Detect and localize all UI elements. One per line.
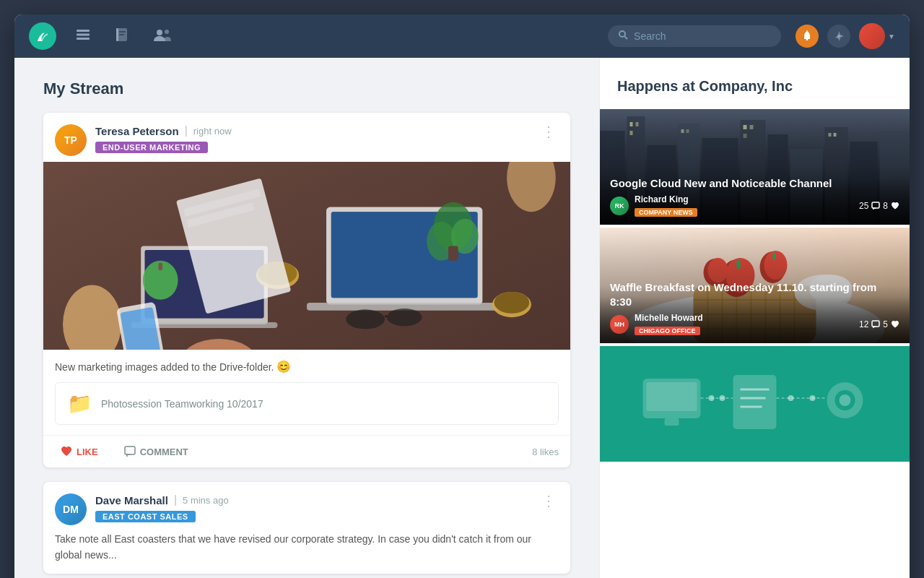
news-author-avatar-2: MH bbox=[610, 315, 629, 334]
news-author-name-1: Richard King bbox=[635, 194, 853, 204]
svg-rect-1 bbox=[77, 33, 90, 35]
svg-rect-100 bbox=[733, 375, 777, 429]
search-input[interactable] bbox=[634, 30, 771, 42]
news-card-title-1: Google Cloud New and Noticeable Channel bbox=[610, 176, 899, 191]
news-stats-2: 12 5 bbox=[859, 319, 899, 329]
news-card-3[interactable] bbox=[600, 346, 910, 462]
post-actions: LIKE COMMENT 8 likes bbox=[43, 435, 570, 467]
search-icon bbox=[618, 30, 628, 43]
svg-point-12 bbox=[806, 30, 808, 32]
svg-rect-95 bbox=[872, 321, 879, 327]
svg-rect-4 bbox=[116, 28, 118, 41]
svg-rect-45 bbox=[125, 447, 135, 454]
svg-point-7 bbox=[157, 30, 162, 35]
nav-actions: ▼ bbox=[796, 23, 895, 49]
post-card-2: DM Dave Marshall | 5 mins ago EAST COAST… bbox=[43, 482, 570, 574]
top-nav: ▼ bbox=[14, 14, 910, 58]
avatar-initials-2: DM bbox=[63, 504, 79, 515]
author-name-2: Dave Marshall bbox=[95, 494, 168, 506]
news-author-name-2: Michelle Howard bbox=[635, 313, 853, 323]
news-card-meta-2: MH Michelle Howard CHIGAGO OFFICE 12 bbox=[610, 313, 899, 336]
rocket-button[interactable] bbox=[827, 25, 850, 48]
post-author-line-2: Dave Marshall | 5 mins ago bbox=[95, 493, 530, 506]
stream-title: My Stream bbox=[43, 79, 570, 98]
avatar-initials: TP bbox=[64, 134, 77, 146]
post-text-2: Take note all East coasters that we have… bbox=[43, 531, 570, 574]
like-button[interactable]: LIKE bbox=[55, 443, 104, 460]
svg-rect-2 bbox=[77, 38, 90, 40]
post-meta-2: Dave Marshall | 5 mins ago EAST COAST SA… bbox=[95, 493, 530, 522]
folder-attachment[interactable]: 📁 Photosession Teamworking 10/2017 bbox=[55, 382, 559, 425]
more-options-button[interactable]: ⋮ bbox=[539, 124, 559, 139]
app-window: ▼ My Stream TP Teresa Peterson | righ bbox=[14, 14, 910, 578]
post-author-line: Teresa Peterson | right now bbox=[95, 124, 530, 137]
svg-line-10 bbox=[625, 37, 628, 40]
svg-rect-39 bbox=[159, 262, 162, 270]
user-menu[interactable]: ▼ bbox=[859, 23, 895, 49]
svg-rect-31 bbox=[448, 246, 458, 260]
post-header: TP Teresa Peterson | right now END-USER … bbox=[43, 113, 570, 162]
author-avatar: TP bbox=[55, 124, 87, 156]
news-card-content-1: Google Cloud New and Noticeable Channel … bbox=[600, 169, 910, 225]
news-card-title-2: Waffle Breakfast on Wednesday 11.10. sta… bbox=[610, 280, 899, 309]
author-avatar-2: DM bbox=[55, 493, 87, 525]
news-card-content-2: Waffle Breakfast on Wednesday 11.10. sta… bbox=[600, 273, 910, 343]
layers-icon[interactable] bbox=[71, 22, 95, 51]
more-options-button-2[interactable]: ⋮ bbox=[539, 493, 559, 508]
post-card: TP Teresa Peterson | right now END-USER … bbox=[43, 113, 570, 467]
svg-point-27 bbox=[494, 292, 530, 314]
user-avatar bbox=[859, 23, 885, 49]
svg-point-41 bbox=[387, 309, 422, 326]
post-header-2: DM Dave Marshall | 5 mins ago EAST COAST… bbox=[43, 482, 570, 531]
folder-name: Photosession Teamworking 10/2017 bbox=[101, 398, 263, 410]
folder-icon: 📁 bbox=[67, 392, 92, 415]
app-logo[interactable] bbox=[29, 22, 56, 50]
news-card-2[interactable]: Waffle Breakfast on Wednesday 11.10. sta… bbox=[600, 228, 910, 343]
svg-point-112 bbox=[810, 395, 816, 401]
dropdown-arrow-icon: ▼ bbox=[888, 33, 895, 40]
post-body: New marketing images added to the Drive-… bbox=[43, 350, 570, 435]
svg-point-40 bbox=[346, 309, 385, 329]
author-name: Teresa Peterson bbox=[95, 125, 179, 137]
people-icon[interactable] bbox=[149, 22, 176, 51]
news-tag-2: CHIGAGO OFFICE bbox=[635, 327, 700, 335]
post-time: right now bbox=[193, 126, 232, 137]
right-panel: Happens at Company, Inc bbox=[599, 58, 910, 578]
post-image bbox=[43, 162, 570, 350]
news-card-meta-1: RK Richard King COMPANY NEWS 25 bbox=[610, 194, 899, 217]
post-tag-2: EAST COAST SALES bbox=[95, 511, 196, 522]
svg-point-110 bbox=[720, 395, 725, 401]
svg-point-106 bbox=[840, 394, 851, 406]
search-bar[interactable] bbox=[608, 25, 781, 47]
book-icon[interactable] bbox=[110, 22, 134, 51]
svg-rect-0 bbox=[77, 30, 90, 32]
notifications-button[interactable] bbox=[796, 25, 819, 48]
news-tag-1: COMPANY NEWS bbox=[635, 208, 697, 217]
post-caption: New marketing images added to the Drive-… bbox=[55, 360, 559, 374]
stream-panel: My Stream TP Teresa Peterson | right now… bbox=[14, 58, 599, 578]
svg-point-13 bbox=[837, 35, 840, 38]
main-content: My Stream TP Teresa Peterson | right now… bbox=[14, 58, 910, 578]
svg-rect-11 bbox=[806, 39, 808, 40]
post-meta: Teresa Peterson | right now END-USER MAR… bbox=[95, 124, 530, 153]
svg-rect-69 bbox=[872, 202, 879, 208]
svg-point-9 bbox=[619, 31, 625, 37]
right-panel-title: Happens at Company, Inc bbox=[600, 58, 910, 109]
svg-point-8 bbox=[165, 30, 169, 34]
news-stats-1: 25 8 bbox=[859, 201, 899, 211]
news-author-avatar-1: RK bbox=[610, 197, 629, 215]
post-time-2: 5 mins ago bbox=[183, 495, 229, 506]
like-count: 8 likes bbox=[532, 447, 559, 457]
post-tag: END-USER MARKETING bbox=[95, 142, 208, 153]
comment-button[interactable]: COMMENT bbox=[118, 443, 194, 460]
svg-point-111 bbox=[788, 395, 794, 401]
svg-point-109 bbox=[709, 395, 715, 401]
news-card-1[interactable]: Google Cloud New and Noticeable Channel … bbox=[600, 109, 910, 225]
svg-rect-98 bbox=[647, 382, 697, 411]
svg-rect-99 bbox=[665, 418, 679, 426]
